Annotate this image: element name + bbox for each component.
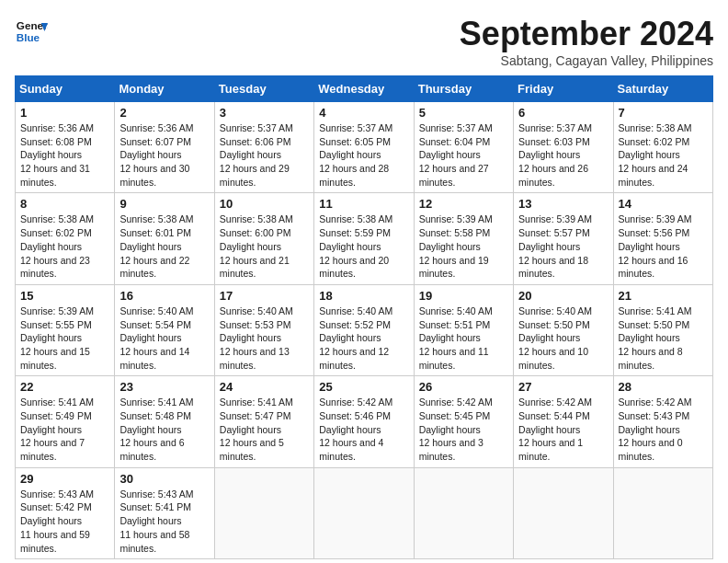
day-cell-17: 17 Sunrise: 5:40 AM Sunset: 5:53 PM Dayl… bbox=[214, 284, 313, 375]
day-cell-9: 9 Sunrise: 5:38 AM Sunset: 6:01 PM Dayli… bbox=[115, 193, 214, 284]
day-cell-26: 26 Sunrise: 5:42 AM Sunset: 5:45 PM Dayl… bbox=[414, 376, 513, 467]
day-cell-2: 2 Sunrise: 5:36 AM Sunset: 6:07 PM Dayli… bbox=[115, 102, 214, 193]
empty-cell bbox=[514, 467, 613, 558]
day-info: Sunrise: 5:42 AM Sunset: 5:46 PM Dayligh… bbox=[319, 396, 408, 463]
day-info: Sunrise: 5:42 AM Sunset: 5:43 PM Dayligh… bbox=[619, 396, 708, 463]
day-info: Sunrise: 5:41 AM Sunset: 5:47 PM Dayligh… bbox=[220, 396, 309, 463]
day-number: 26 bbox=[419, 380, 508, 394]
day-cell-14: 14 Sunrise: 5:39 AM Sunset: 5:56 PM Dayl… bbox=[613, 193, 712, 284]
day-info: Sunrise: 5:37 AM Sunset: 6:05 PM Dayligh… bbox=[319, 121, 408, 189]
week-row-1: 1 Sunrise: 5:36 AM Sunset: 6:08 PM Dayli… bbox=[16, 102, 713, 193]
day-info: Sunrise: 5:37 AM Sunset: 6:06 PM Dayligh… bbox=[220, 121, 309, 189]
empty-cell bbox=[613, 467, 712, 558]
day-number: 15 bbox=[20, 289, 109, 303]
day-info: Sunrise: 5:43 AM Sunset: 5:41 PM Dayligh… bbox=[119, 488, 209, 555]
day-number: 23 bbox=[119, 380, 209, 394]
day-number: 13 bbox=[518, 197, 608, 211]
day-number: 24 bbox=[220, 380, 309, 394]
day-number: 7 bbox=[619, 106, 708, 120]
day-number: 28 bbox=[619, 380, 708, 394]
column-header-sunday: Sunday bbox=[16, 76, 115, 102]
month-title: September 2024 bbox=[460, 15, 713, 53]
day-info: Sunrise: 5:39 AM Sunset: 5:55 PM Dayligh… bbox=[20, 304, 109, 372]
day-info: Sunrise: 5:41 AM Sunset: 5:50 PM Dayligh… bbox=[619, 304, 708, 372]
day-number: 11 bbox=[319, 197, 408, 211]
day-cell-20: 20 Sunrise: 5:40 AM Sunset: 5:50 PM Dayl… bbox=[514, 284, 613, 375]
day-info: Sunrise: 5:38 AM Sunset: 6:00 PM Dayligh… bbox=[220, 213, 309, 280]
day-number: 27 bbox=[518, 380, 608, 394]
calendar-table: SundayMondayTuesdayWednesdayThursdayFrid… bbox=[15, 75, 713, 559]
day-cell-22: 22 Sunrise: 5:41 AM Sunset: 5:49 PM Dayl… bbox=[16, 376, 115, 467]
day-cell-1: 1 Sunrise: 5:36 AM Sunset: 6:08 PM Dayli… bbox=[16, 102, 115, 193]
day-number: 14 bbox=[619, 197, 708, 211]
day-cell-4: 4 Sunrise: 5:37 AM Sunset: 6:05 PM Dayli… bbox=[314, 102, 414, 193]
svg-text:Blue: Blue bbox=[17, 31, 40, 43]
day-info: Sunrise: 5:43 AM Sunset: 5:42 PM Dayligh… bbox=[20, 488, 109, 555]
day-cell-13: 13 Sunrise: 5:39 AM Sunset: 5:57 PM Dayl… bbox=[514, 193, 613, 284]
day-info: Sunrise: 5:38 AM Sunset: 6:02 PM Dayligh… bbox=[20, 213, 109, 280]
day-number: 1 bbox=[20, 106, 109, 120]
day-info: Sunrise: 5:37 AM Sunset: 6:04 PM Dayligh… bbox=[419, 121, 508, 189]
day-number: 12 bbox=[419, 197, 508, 211]
day-number: 8 bbox=[20, 197, 109, 211]
logo: General Blue bbox=[15, 15, 48, 48]
week-row-3: 15 Sunrise: 5:39 AM Sunset: 5:55 PM Dayl… bbox=[16, 284, 713, 375]
day-info: Sunrise: 5:42 AM Sunset: 5:45 PM Dayligh… bbox=[419, 396, 508, 463]
page-header: General Blue September 2024 Sabtang, Cag… bbox=[15, 15, 713, 68]
day-number: 18 bbox=[319, 289, 408, 303]
day-cell-15: 15 Sunrise: 5:39 AM Sunset: 5:55 PM Dayl… bbox=[16, 284, 115, 375]
empty-cell bbox=[314, 467, 414, 558]
day-cell-21: 21 Sunrise: 5:41 AM Sunset: 5:50 PM Dayl… bbox=[613, 284, 712, 375]
day-info: Sunrise: 5:40 AM Sunset: 5:52 PM Dayligh… bbox=[319, 304, 408, 372]
day-number: 17 bbox=[220, 289, 309, 303]
day-cell-18: 18 Sunrise: 5:40 AM Sunset: 5:52 PM Dayl… bbox=[314, 284, 414, 375]
day-info: Sunrise: 5:39 AM Sunset: 5:57 PM Dayligh… bbox=[518, 213, 608, 280]
day-info: Sunrise: 5:36 AM Sunset: 6:07 PM Dayligh… bbox=[119, 121, 209, 189]
day-info: Sunrise: 5:40 AM Sunset: 5:54 PM Dayligh… bbox=[119, 304, 209, 372]
day-cell-29: 29 Sunrise: 5:43 AM Sunset: 5:42 PM Dayl… bbox=[16, 467, 115, 558]
day-cell-23: 23 Sunrise: 5:41 AM Sunset: 5:48 PM Dayl… bbox=[115, 376, 214, 467]
day-cell-24: 24 Sunrise: 5:41 AM Sunset: 5:47 PM Dayl… bbox=[214, 376, 313, 467]
day-info: Sunrise: 5:38 AM Sunset: 6:01 PM Dayligh… bbox=[119, 213, 209, 280]
week-row-4: 22 Sunrise: 5:41 AM Sunset: 5:49 PM Dayl… bbox=[16, 376, 713, 467]
day-info: Sunrise: 5:41 AM Sunset: 5:49 PM Dayligh… bbox=[20, 396, 109, 463]
day-info: Sunrise: 5:40 AM Sunset: 5:50 PM Dayligh… bbox=[518, 304, 608, 372]
day-number: 3 bbox=[220, 106, 309, 120]
day-cell-7: 7 Sunrise: 5:38 AM Sunset: 6:02 PM Dayli… bbox=[613, 102, 712, 193]
day-number: 25 bbox=[319, 380, 408, 394]
day-cell-11: 11 Sunrise: 5:38 AM Sunset: 5:59 PM Dayl… bbox=[314, 193, 414, 284]
day-info: Sunrise: 5:40 AM Sunset: 5:53 PM Dayligh… bbox=[220, 304, 309, 372]
day-cell-8: 8 Sunrise: 5:38 AM Sunset: 6:02 PM Dayli… bbox=[16, 193, 115, 284]
column-header-friday: Friday bbox=[514, 76, 613, 102]
day-number: 19 bbox=[419, 289, 508, 303]
empty-cell bbox=[414, 467, 513, 558]
day-number: 10 bbox=[220, 197, 309, 211]
week-row-5: 29 Sunrise: 5:43 AM Sunset: 5:42 PM Dayl… bbox=[16, 467, 713, 558]
title-section: September 2024 Sabtang, Cagayan Valley, … bbox=[460, 15, 713, 68]
logo-icon: General Blue bbox=[15, 15, 48, 48]
day-number: 29 bbox=[20, 472, 109, 486]
empty-cell bbox=[214, 467, 313, 558]
day-number: 20 bbox=[518, 289, 608, 303]
location-subtitle: Sabtang, Cagayan Valley, Philippines bbox=[460, 53, 713, 68]
calendar-header-row: SundayMondayTuesdayWednesdayThursdayFrid… bbox=[16, 76, 713, 102]
day-number: 5 bbox=[419, 106, 508, 120]
day-number: 6 bbox=[518, 106, 608, 120]
day-cell-25: 25 Sunrise: 5:42 AM Sunset: 5:46 PM Dayl… bbox=[314, 376, 414, 467]
column-header-saturday: Saturday bbox=[613, 76, 712, 102]
day-cell-30: 30 Sunrise: 5:43 AM Sunset: 5:41 PM Dayl… bbox=[115, 467, 214, 558]
day-info: Sunrise: 5:40 AM Sunset: 5:51 PM Dayligh… bbox=[419, 304, 508, 372]
day-info: Sunrise: 5:39 AM Sunset: 5:58 PM Dayligh… bbox=[419, 213, 508, 280]
day-info: Sunrise: 5:42 AM Sunset: 5:44 PM Dayligh… bbox=[518, 396, 608, 463]
day-cell-12: 12 Sunrise: 5:39 AM Sunset: 5:58 PM Dayl… bbox=[414, 193, 513, 284]
column-header-wednesday: Wednesday bbox=[314, 76, 414, 102]
day-number: 30 bbox=[119, 472, 209, 486]
day-number: 16 bbox=[119, 289, 209, 303]
day-info: Sunrise: 5:37 AM Sunset: 6:03 PM Dayligh… bbox=[518, 121, 608, 189]
day-cell-27: 27 Sunrise: 5:42 AM Sunset: 5:44 PM Dayl… bbox=[514, 376, 613, 467]
day-number: 21 bbox=[619, 289, 708, 303]
day-cell-10: 10 Sunrise: 5:38 AM Sunset: 6:00 PM Dayl… bbox=[214, 193, 313, 284]
day-cell-5: 5 Sunrise: 5:37 AM Sunset: 6:04 PM Dayli… bbox=[414, 102, 513, 193]
day-cell-16: 16 Sunrise: 5:40 AM Sunset: 5:54 PM Dayl… bbox=[115, 284, 214, 375]
day-info: Sunrise: 5:38 AM Sunset: 5:59 PM Dayligh… bbox=[319, 213, 408, 280]
